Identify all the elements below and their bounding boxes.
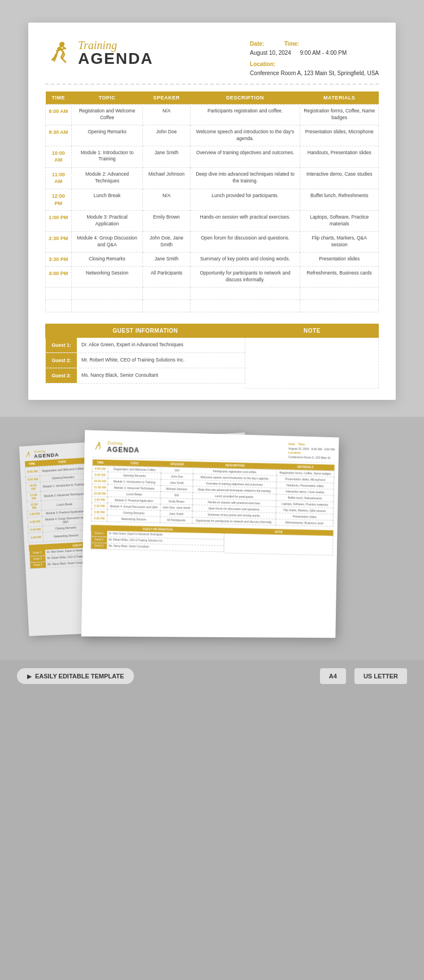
col-topic: TOPIC <box>71 92 143 104</box>
cell-time: 4:00 PM <box>46 267 72 288</box>
title-agenda: AGENDA <box>78 51 153 67</box>
guest-row: Guest 2: Mr. Robert White, CEO of Traini… <box>45 353 245 368</box>
header-left: Training AGENDA <box>45 40 153 67</box>
bottom-bar: ▶ EASILY EDITABLE TEMPLATE A4 US LETTER <box>0 660 424 692</box>
cell-time: 2:30 PM <box>46 231 72 252</box>
cell-topic: Networking Session <box>71 267 143 288</box>
doc-header: Training AGENDA Date: Time: August 10, 2… <box>45 40 379 78</box>
cell-topic: Module 4: Group Discussion and Q&A <box>71 231 143 252</box>
cell-speaker: John Doe, Jane Smith <box>143 231 190 252</box>
cell-description: Welcome speech and introduction to the d… <box>190 125 300 146</box>
cell-description: Opportunity for participants to network … <box>190 267 300 288</box>
time-label: Time: <box>284 41 300 47</box>
card-front: Training AGENDA Date: Time: August 10, 2… <box>81 430 339 638</box>
mini-runner-front <box>92 441 103 452</box>
table-header-row: TIME TOPIC SPEAKER DESCRIPTION MATERIALS <box>46 92 379 104</box>
cell-materials: Handouts, Presentation slides <box>300 146 379 167</box>
empty-row <box>46 288 379 300</box>
col-description: DESCRIPTION <box>190 92 300 104</box>
guest-info: Mr. Robert White, CEO of Training Soluti… <box>77 354 189 367</box>
cell-speaker: Jane Smith <box>143 252 190 267</box>
cell-materials: Flip charts, Markers, Q&A session <box>300 231 379 252</box>
mini-guest-col: GUEST INFORMATION Guest 1:Dr. Alice Gree… <box>90 525 224 553</box>
cell-time: 11:00 AM <box>46 167 72 189</box>
header-divider <box>45 84 379 85</box>
note-col: NOTE <box>245 324 379 389</box>
empty-row <box>46 300 379 312</box>
table-row: 9:30 AM Opening Remarks John Doe Welcome… <box>46 125 379 146</box>
title-training: Training <box>78 40 153 51</box>
time-value: 9:00 AM - 4:00 PM <box>300 50 347 56</box>
location-row: Location: <box>250 60 379 69</box>
cell-time: 12:00 PM <box>46 189 72 210</box>
cell-time: 10:00 AM <box>46 146 72 167</box>
cell-description: Deep dive into advanced techniques relat… <box>190 167 300 189</box>
cell-time: 3:30 PM <box>46 252 72 267</box>
cell-materials: Presentation slides, Microphone <box>300 125 379 146</box>
guest-label: Guest 2: <box>46 353 77 368</box>
agenda-table: TIME TOPIC SPEAKER DESCRIPTION MATERIALS… <box>45 92 379 312</box>
table-row: 1:00 PM Module 3: Practical Application … <box>46 211 379 232</box>
cell-topic: Opening Remarks <box>71 125 143 146</box>
cell-speaker: All Participants <box>143 267 190 288</box>
cell-speaker: Jane Smith <box>143 146 190 167</box>
guest-rows: Guest 1: Dr. Alice Green, Expert in Adva… <box>45 338 245 384</box>
col-time: TIME <box>46 92 72 104</box>
guest-row: Guest 3: Ms. Nancy Black, Senior Consult… <box>45 368 245 384</box>
date-row: Date: Time: <box>250 40 379 49</box>
guest-row: Guest 1: Dr. Alice Green, Expert in Adva… <box>45 338 245 353</box>
page-background: Training AGENDA Date: Time: August 10, 2… <box>0 0 424 417</box>
cell-time: 9:00 AM <box>46 104 72 125</box>
table-row: 12:00 PM Lunch Break N/A Lunch provided … <box>46 189 379 210</box>
cell-materials: Refreshments, Business cards <box>300 267 379 288</box>
table-row: 11:00 AM Module 2: Advanced Techniques M… <box>46 167 379 189</box>
mini-header-front: Training AGENDA Date: Time: August 10, 2… <box>92 438 335 460</box>
cell-topic: Module 2: Advanced Techniques <box>71 167 143 189</box>
guest-col: GUEST INFORMATION Guest 1: Dr. Alice Gre… <box>45 324 245 389</box>
cell-time: 9:30 AM <box>46 125 72 146</box>
mini-runner-back <box>24 451 32 459</box>
cell-time: 1:00 PM <box>46 211 72 232</box>
location-value: Conference Room A, 123 Main St, Springfi… <box>250 69 379 78</box>
date-value-row: August 10, 2024 9:00 AM - 4:00 PM <box>250 49 379 58</box>
bottom-section: GUEST INFORMATION Guest 1: Dr. Alice Gre… <box>45 324 379 389</box>
table-row: 10:00 AM Module 1: Introduction to Train… <box>46 146 379 167</box>
cell-materials: Buffet lunch, Refreshments <box>300 189 379 210</box>
cell-materials: Registration forms, Coffee, Name badges <box>300 104 379 125</box>
cell-topic: Registration and Welcome Coffee <box>71 104 143 125</box>
play-icon: ▶ <box>27 673 32 680</box>
mini-note-col: NOTE <box>224 528 334 556</box>
col-materials: MATERIALS <box>300 92 379 104</box>
svg-point-3 <box>98 442 100 444</box>
mini-guest-section-front: GUEST INFORMATION Guest 1:Dr. Alice Gree… <box>90 525 334 555</box>
table-row: 2:30 PM Module 4: Group Discussion and Q… <box>46 231 379 252</box>
table-row: 4:00 PM Networking Session All Participa… <box>46 267 379 288</box>
cell-speaker: John Doe <box>143 125 190 146</box>
cell-topic: Module 1: Introduction to Training <box>71 146 143 167</box>
cell-description: Lunch provided for participants. <box>190 189 300 210</box>
table-row: 3:30 PM Closing Remarks Jane Smith Summa… <box>46 252 379 267</box>
editable-template-button[interactable]: ▶ EASILY EDITABLE TEMPLATE <box>17 668 134 684</box>
cell-topic: Closing Remarks <box>71 252 143 267</box>
second-section: Training AGENDA TIMETOPICSPEAKERDESCRIPT… <box>0 417 424 660</box>
cell-topic: Module 3: Practical Application <box>71 211 143 232</box>
document: Training AGENDA Date: Time: August 10, 2… <box>28 23 396 400</box>
location-label: Location: <box>250 61 275 67</box>
cell-description: Hands-on session with practical exercise… <box>190 211 300 232</box>
cell-speaker: N/A <box>143 189 190 210</box>
format-us-button[interactable]: US LETTER <box>354 668 407 684</box>
header-right: Date: Time: August 10, 2024 9:00 AM - 4:… <box>250 40 379 78</box>
perspective-wrapper: Training AGENDA TIMETOPICSPEAKERDESCRIPT… <box>28 434 396 648</box>
guest-label: Guest 3: <box>46 368 77 383</box>
format-a4-button[interactable]: A4 <box>320 668 346 684</box>
title-block: Training AGENDA <box>78 40 153 67</box>
cell-materials: Laptops, Software, Practice materials <box>300 211 379 232</box>
cell-description: Open forum for discussion and questions. <box>190 231 300 252</box>
guest-info-header: GUEST INFORMATION <box>45 324 245 338</box>
note-header: NOTE <box>245 324 379 338</box>
editable-label: EASILY EDITABLE TEMPLATE <box>35 673 124 680</box>
note-body <box>245 338 379 389</box>
cell-speaker: Emily Brown <box>143 211 190 232</box>
cell-description: Summary of key points and closing words. <box>190 252 300 267</box>
cell-topic: Lunch Break <box>71 189 143 210</box>
